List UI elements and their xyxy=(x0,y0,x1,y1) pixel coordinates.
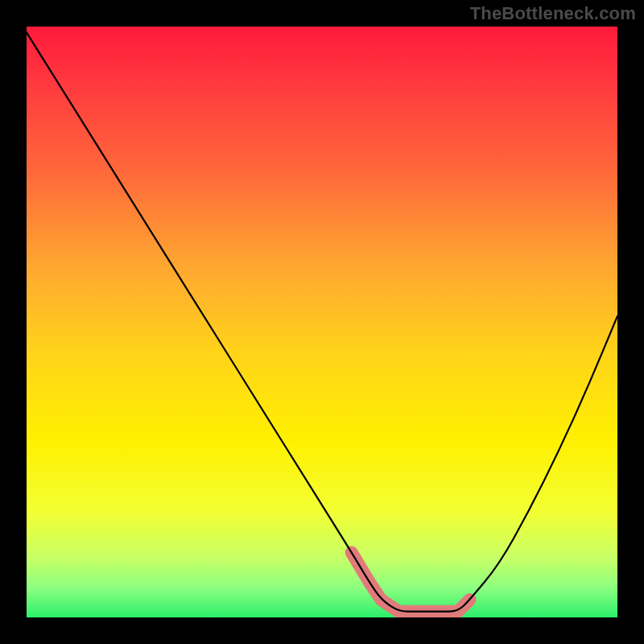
watermark-text: TheBottleneck.com xyxy=(470,3,636,24)
bottleneck-plot xyxy=(27,27,617,617)
chart-frame: TheBottleneck.com xyxy=(0,0,644,644)
gradient-background xyxy=(27,27,617,617)
plot-svg xyxy=(27,27,617,617)
